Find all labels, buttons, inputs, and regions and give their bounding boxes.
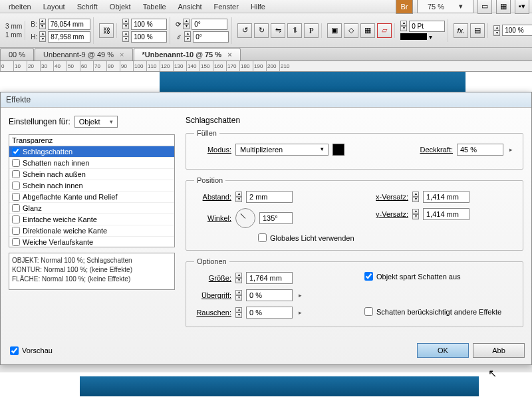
y-offset-input[interactable]	[423, 208, 469, 220]
stroke-weight-input[interactable]	[409, 21, 445, 32]
flip-h-icon[interactable]: ⇋	[271, 23, 285, 38]
effect-item[interactable]: Direktionale weiche Kante	[9, 225, 174, 237]
knockout-checkbox[interactable]: Objekt spart Schatten aus	[364, 272, 515, 281]
spread-input[interactable]	[246, 289, 293, 301]
scale-y-input[interactable]	[131, 31, 167, 43]
rotate-input[interactable]	[192, 19, 227, 30]
scaley-spinner[interactable]: ▴▾	[122, 31, 129, 42]
close-icon[interactable]: ×	[227, 51, 231, 59]
blend-mode-combo[interactable]: Multiplizieren	[235, 144, 329, 156]
slider-icon[interactable]: ▸	[507, 146, 515, 153]
effect-checkbox[interactable]	[12, 159, 20, 167]
effect-item[interactable]: Glanz	[9, 203, 174, 214]
arrange-icon[interactable]: ▦	[496, 0, 511, 14]
fx-icon[interactable]: fx.	[454, 23, 468, 38]
menu-item[interactable]: rbeiten	[3, 1, 37, 12]
menu-item[interactable]: Schrift	[71, 1, 104, 12]
rotate-ccw-icon[interactable]: ↺	[237, 23, 252, 38]
ruler-tick: 80	[106, 61, 120, 71]
menu-item[interactable]: Hilfe	[245, 1, 271, 12]
ruler-tick: 140	[186, 61, 200, 71]
effect-item[interactable]: Schein nach innen	[9, 180, 174, 192]
select-content-icon[interactable]: ◇	[344, 23, 358, 38]
height-spinner[interactable]: ▴▾	[39, 31, 46, 42]
effect-item[interactable]: Einfache weiche Kante	[9, 214, 174, 225]
size-input[interactable]	[246, 272, 293, 284]
select-container-icon[interactable]: ▣	[327, 23, 342, 38]
doc-tab[interactable]: 00 %	[0, 48, 34, 61]
fit-icon[interactable]: ▦	[360, 23, 375, 38]
effect-checkbox[interactable]	[12, 204, 20, 212]
ruler-tick: 200	[266, 61, 279, 71]
screen-mode-icon[interactable]: ▭	[477, 0, 492, 14]
effect-checkbox[interactable]	[12, 182, 20, 190]
doc-tab-active[interactable]: *Unbenannt-10 @ 75 % ×	[134, 48, 241, 61]
width-spinner[interactable]: ▴▾	[39, 19, 46, 29]
effect-item[interactable]: Schein nach außen	[9, 169, 174, 180]
opacity-input[interactable]	[457, 144, 503, 156]
xoffset-spinner[interactable]: ▴▾	[412, 192, 419, 202]
effect-item[interactable]: Schlagschatten	[9, 146, 174, 158]
width-input[interactable]	[48, 19, 90, 30]
paragraph-icon[interactable]: P	[304, 23, 319, 38]
mode-label: Modus:	[194, 146, 231, 154]
effect-item[interactable]: Schatten nach innen	[9, 158, 174, 169]
scale-x-input[interactable]	[131, 19, 167, 30]
effects-summary: OBJEKT: Normal 100 %; Schlagschatten KON…	[9, 253, 175, 290]
effect-label: Direktionale weiche Kante	[23, 227, 107, 235]
rotate-cw-icon[interactable]: ↻	[254, 23, 269, 38]
ruler-tick: 180	[239, 61, 253, 71]
effect-checkbox[interactable]	[12, 215, 20, 223]
yoffset-spinner[interactable]: ▴▾	[412, 209, 419, 219]
bridge-button[interactable]: Br	[396, 0, 413, 14]
effect-label: Abgeflachte Kante und Relief	[23, 193, 118, 201]
noise-input[interactable]	[246, 307, 293, 319]
honors-effects-checkbox[interactable]: Schatten berücksichtigt andere Effekte	[364, 307, 515, 316]
effects-header[interactable]: Transparenz	[9, 135, 174, 146]
document-canvas[interactable]	[0, 72, 532, 92]
height-input[interactable]	[48, 31, 90, 43]
shadow-color-swatch[interactable]	[332, 144, 344, 156]
fill-frame-icon[interactable]: ▱	[377, 23, 392, 38]
effect-checkbox[interactable]	[12, 238, 20, 246]
scalex-spinner[interactable]: ▴▾	[122, 19, 129, 29]
effect-item[interactable]: Abgeflachte Kante und Relief	[9, 192, 174, 203]
menu-item[interactable]: Layout	[37, 1, 71, 12]
effect-label: Einfache weiche Kante	[23, 215, 97, 223]
effect-checkbox[interactable]	[12, 227, 20, 235]
angle-dial[interactable]	[235, 208, 255, 228]
shear-input[interactable]	[193, 31, 229, 43]
doc-tab[interactable]: Unbenannt-9 @ 49 % ×	[35, 48, 132, 61]
menu-item[interactable]: Tabelle	[137, 1, 172, 12]
options-group: Optionen Größe: ▴▾ Übergriff: ▴▾ ▸	[186, 257, 523, 327]
workspace-icon[interactable]: ▪▾	[515, 0, 529, 14]
settings-for-combo[interactable]: Objekt	[74, 116, 118, 128]
wrap-icon[interactable]: ▤	[470, 23, 485, 38]
angle-input[interactable]	[259, 212, 293, 224]
zoom-level-combo[interactable]: 75 %▾	[417, 0, 473, 13]
control-toolbar: 3mm 1 mm B: ▴▾ H: ▴▾ ⛓ ▴▾ ▴▾ ⟳▴▾ ⫽▴▾ ↺ ↻…	[0, 13, 532, 48]
constrain-icon[interactable]: ⛓	[99, 23, 114, 38]
effect-label: Glanz	[23, 204, 42, 212]
x-offset-input[interactable]	[423, 191, 469, 203]
settings-for-label: Einstellungen für:	[9, 117, 70, 126]
close-icon[interactable]: ×	[120, 51, 124, 59]
opacity-input[interactable]	[502, 25, 532, 36]
global-light-checkbox[interactable]: Globales Licht verwenden	[258, 233, 354, 242]
flip-v-icon[interactable]: ⥮	[287, 23, 302, 38]
menu-item[interactable]: Fenster	[208, 1, 245, 12]
ok-button[interactable]: OK	[417, 343, 469, 358]
effect-checkbox[interactable]	[12, 170, 20, 178]
effect-checkbox[interactable]	[12, 148, 20, 156]
cancel-button[interactable]: Abb	[473, 343, 525, 358]
ruler-tick: 120	[160, 61, 173, 71]
menu-item[interactable]: Objekt	[104, 1, 137, 12]
effect-checkbox[interactable]	[12, 193, 20, 201]
distance-spinner[interactable]: ▴▾	[235, 192, 242, 202]
effect-item[interactable]: Weiche Verlaufskante	[9, 237, 174, 247]
distance-input[interactable]	[246, 191, 293, 203]
document-canvas-lower[interactable]	[0, 372, 532, 399]
preview-checkbox[interactable]: Vorschau	[10, 346, 53, 355]
stroke-style[interactable]	[400, 33, 427, 40]
menu-item[interactable]: Ansicht	[172, 1, 208, 12]
